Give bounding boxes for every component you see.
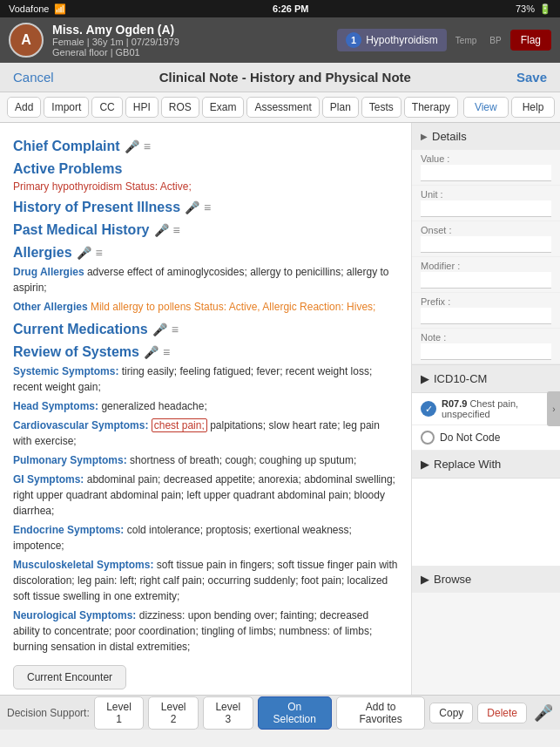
help-button[interactable]: Help [511,97,556,118]
wifi-icon: 📶 [54,3,66,15]
mic-icon-pmh[interactable]: 🎤 [154,223,169,237]
level3-button[interactable]: Level 3 [203,696,253,730]
patient-name: Miss. Amy Ogden (A) [52,23,328,37]
unit-label: Unit : [421,189,551,200]
section-allergies: Allergies 🎤 ≡ [13,245,398,261]
status-bar-left: Vodafone 📶 [9,3,66,15]
browse-label: Browse [434,573,471,586]
patient-condition[interactable]: 1 Hypothyroidism [337,29,447,51]
level1-button[interactable]: Level 1 [94,696,145,730]
note-label: Note : [421,332,551,343]
onset-label: Onset : [421,225,551,235]
pulmonary-symptoms-row: Pulmonary Symptoms: shortness of breath;… [13,452,398,468]
details-section-header[interactable]: ▶ Details [412,123,560,150]
details-section: Value : Unit : Onset : Modifier : Prefix… [412,150,560,365]
tab-plan[interactable]: Plan [322,97,359,118]
tab-ros[interactable]: ROS [161,97,199,118]
tab-therapy[interactable]: Therapy [404,97,458,118]
list-icon-meds[interactable]: ≡ [172,323,179,336]
do-not-code-row[interactable]: Do Not Code [412,425,560,451]
chest-pain-highlight[interactable]: chest pain; [152,418,207,432]
details-arrow-icon: ▶ [421,132,428,141]
carrier-label: Vodafone [9,3,50,14]
prefix-label: Prefix : [421,296,551,307]
mic-icon-cc[interactable]: 🎤 [125,139,139,153]
mic-bottom-icon[interactable]: 🎤 [534,703,553,723]
cardiovascular-label: Cardiovascular Symptoms: [13,419,148,431]
temp-vital[interactable]: Temp [455,36,476,45]
status-bar: Vodafone 📶 6:26 PM 73% 🔋 [0,0,560,17]
section-active-problems: Active Problems [13,161,398,177]
head-text: generalized headache; [101,400,206,412]
icd-check-icon: ✓ [421,401,436,417]
neurological-symptoms-row: Neurological Symptoms: dizziness: upon b… [13,608,398,655]
add-to-favorites-button[interactable]: Add to Favorites [336,696,425,730]
tab-cc[interactable]: CC [91,97,122,118]
note-input[interactable] [421,343,551,360]
icd10-section-header[interactable]: ▶ ICD10-CM [412,365,560,393]
endocrine-symptoms-row: Endocrine Symptoms: cold intolerance; pr… [13,522,398,553]
systemic-symptoms-row: Systemic Symptoms: tiring easily; feelin… [13,363,398,395]
on-selection-button[interactable]: On Selection [258,696,332,730]
time-display: 6:26 PM [273,3,309,14]
mic-icon-ros[interactable]: 🎤 [144,345,159,359]
tab-import[interactable]: Import [44,97,89,118]
pulmonary-label: Pulmonary Symptoms: [13,454,127,466]
patient-location: General floor | GB01 [52,47,328,58]
onset-input[interactable] [421,236,551,253]
tab-hpi[interactable]: HPI [125,97,159,118]
unit-input[interactable] [421,200,551,217]
level2-button[interactable]: Level 2 [148,696,199,730]
other-allergy-text: Mild allergy to pollens Status: Active, … [91,301,375,313]
current-encounter-button[interactable]: Current Encounter [13,665,126,689]
do-not-code-label: Do Not Code [440,431,500,444]
icd-code-r079: R07.9 Chest pain, unspecified [442,398,551,419]
cancel-button[interactable]: Cancel [13,70,54,85]
browse-arrow-icon: ▶ [421,573,429,586]
endocrine-label: Endocrine Symptoms: [13,524,124,536]
section-current-meds: Current Medications 🎤 ≡ [13,322,398,337]
patient-details: Female | 36y 1m | 07/29/1979 [52,37,328,47]
save-button[interactable]: Save [516,70,547,85]
replace-with-header[interactable]: ▶ Replace With [412,451,560,479]
list-icon-allergies[interactable]: ≡ [96,246,103,260]
section-pmh: Past Medical History 🎤 ≡ [13,222,398,238]
delete-button[interactable]: Delete [477,703,527,723]
view-button[interactable]: View [463,97,509,118]
list-icon-cc[interactable]: ≡ [144,139,151,153]
modifier-input[interactable] [421,272,551,289]
list-icon-hpi[interactable]: ≡ [204,200,211,214]
current-meds-label: Current Medications [13,322,148,337]
patient-header: A Miss. Amy Ogden (A) Female | 36y 1m | … [0,17,560,63]
cardiovascular-symptoms-row: Cardiovascular Symptoms: chest pain; pal… [13,418,398,449]
patient-vitals: Temp BP [455,36,502,45]
value-label: Value : [421,153,551,164]
main-content: Chief Complaint 🎤 ≡ Active Problems Prim… [0,123,560,695]
list-icon-pmh[interactable]: ≡ [173,223,180,237]
flag-button[interactable]: Flag [510,30,551,51]
tab-add[interactable]: Add [7,97,41,118]
tab-assessment[interactable]: Assessment [246,97,319,118]
mic-icon-meds[interactable]: 🎤 [152,323,167,336]
unit-field-row: Unit : [412,186,560,221]
collapse-panel-button[interactable]: › [547,391,560,426]
tab-exam[interactable]: Exam [202,97,245,118]
mic-icon-allergies[interactable]: 🎤 [77,246,91,260]
neurological-label: Neurological Symptoms: [13,609,136,621]
icd-item-r079[interactable]: ✓ R07.9 Chest pain, unspecified [412,393,560,425]
list-icon-ros[interactable]: ≡ [163,345,170,359]
section-chief-complaint: Chief Complaint 🎤 ≡ [13,139,398,154]
bp-vital[interactable]: BP [489,36,501,45]
pulmonary-text: shortness of breath; cough; coughing up … [130,454,356,466]
do-not-code-radio[interactable] [421,431,435,445]
modifier-label: Modifier : [421,261,551,271]
mic-icon-hpi[interactable]: 🎤 [185,200,199,214]
browse-section-header[interactable]: ▶ Browse [412,566,560,593]
gi-label: GI Symptoms: [13,473,84,486]
value-input[interactable] [421,165,551,181]
musculoskeletal-label: Musculoskeletal Symptoms: [13,559,153,571]
copy-button[interactable]: Copy [429,703,473,723]
gi-symptoms-row: GI Symptoms: abdominal pain; decreased a… [13,472,398,519]
tab-tests[interactable]: Tests [361,97,401,118]
prefix-input[interactable] [421,308,551,324]
